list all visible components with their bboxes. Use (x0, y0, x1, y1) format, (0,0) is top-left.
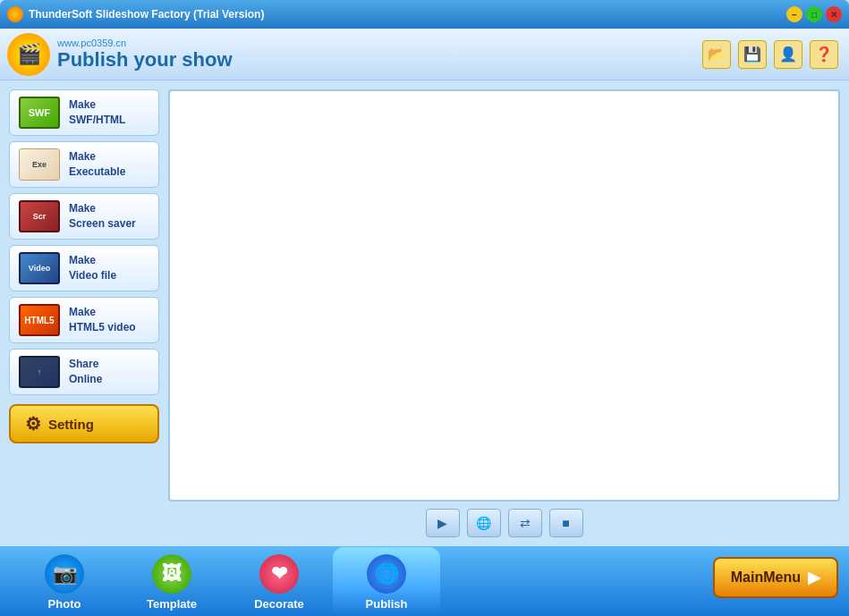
main-content: SWF MakeSWF/HTML Exe MakeExecutable Scr … (0, 80, 849, 546)
export-icon: ⇄ (520, 516, 531, 530)
titlebar-controls: − □ ✕ (786, 6, 842, 22)
site-text: www.pc0359.cn (57, 38, 233, 48)
folder-icon-button[interactable]: 📂 (702, 40, 731, 69)
minimize-button[interactable]: − (786, 6, 802, 22)
make-html5-thumb: HTML5 (19, 304, 60, 336)
decorate-icon: ❤ (259, 554, 299, 594)
tab-decorate[interactable]: ❤ Decorate (225, 553, 333, 616)
play-button[interactable]: ▶ (426, 509, 460, 537)
tab-publish-icon-wrap: 🌐 (365, 553, 408, 595)
preview-canvas (168, 89, 840, 502)
sidebar-item-make-swf[interactable]: SWF MakeSWF/HTML (9, 89, 159, 136)
publish-icon: 🌐 (367, 554, 406, 594)
setting-button[interactable]: ⚙ Setting (9, 404, 159, 443)
make-screen-thumb: Scr (19, 200, 60, 232)
sidebar-item-make-exe[interactable]: Exe MakeExecutable (9, 141, 159, 188)
main-menu-label: MainMenu (731, 570, 801, 586)
browser-icon: 🌐 (476, 516, 491, 530)
header: 🎬 www.pc0359.cn Publish your show 📂 💾 👤 … (0, 29, 849, 80)
header-title-area: www.pc0359.cn Publish your show (57, 38, 233, 72)
export-button[interactable]: ⇄ (508, 509, 542, 537)
tab-template-icon-wrap: 🖼 (150, 553, 193, 595)
make-exe-thumb: Exe (19, 148, 60, 181)
tabs-left: 📷 Photo 🖼 Template ❤ Decorate 🌐 Publish (11, 547, 440, 616)
titlebar-left: ThunderSoft Slideshow Factory (Trial Ver… (7, 6, 264, 22)
make-html5-label: MakeHTML5 video (69, 305, 136, 335)
share-online-thumb: ↑ (19, 356, 60, 388)
stop-button[interactable]: ■ (549, 509, 583, 537)
make-exe-label: MakeExecutable (69, 149, 125, 180)
make-video-label: MakeVideo file (69, 253, 116, 283)
gear-icon: ⚙ (25, 413, 41, 435)
page-title: Publish your show (57, 48, 233, 72)
preview-controls: ▶ 🌐 ⇄ ■ (168, 509, 840, 537)
play-icon: ▶ (437, 516, 447, 530)
title-bar: ThunderSoft Slideshow Factory (Trial Ver… (0, 0, 849, 29)
make-swf-label: MakeSWF/HTML (69, 97, 125, 128)
template-icon: 🖼 (152, 554, 191, 594)
make-video-thumb: Video (19, 252, 60, 284)
header-icons: 📂 💾 👤 ❓ (702, 40, 838, 69)
main-menu-arrow-icon: ▶ (808, 568, 820, 587)
stop-icon: ■ (562, 516, 569, 530)
tab-decorate-icon-wrap: ❤ (258, 553, 301, 595)
titlebar-text: ThunderSoft Slideshow Factory (Trial Ver… (29, 8, 264, 21)
make-swf-thumb: SWF (19, 97, 60, 129)
sidebar-item-make-screen[interactable]: Scr MakeScreen saver (9, 193, 159, 240)
tab-publish[interactable]: 🌐 Publish (333, 547, 440, 616)
preview-area: ▶ 🌐 ⇄ ■ (168, 89, 840, 537)
main-menu-button[interactable]: MainMenu ▶ (713, 557, 838, 598)
share-online-label: ShareOnline (69, 357, 102, 387)
save-icon-button[interactable]: 💾 (738, 40, 767, 69)
help-icon-button[interactable]: ❓ (810, 40, 838, 69)
sidebar-item-make-html5[interactable]: HTML5 MakeHTML5 video (9, 297, 159, 343)
user-icon-button[interactable]: 👤 (774, 40, 802, 69)
make-screen-label: MakeScreen saver (69, 201, 136, 232)
sidebar: SWF MakeSWF/HTML Exe MakeExecutable Scr … (9, 89, 159, 537)
tab-photo-icon-wrap: 📷 (43, 553, 86, 595)
tab-publish-label: Publish (366, 597, 408, 611)
sidebar-item-make-video[interactable]: Video MakeVideo file (9, 245, 159, 291)
sidebar-item-share-online[interactable]: ↑ ShareOnline (9, 349, 159, 395)
bottom-tabs: 📷 Photo 🖼 Template ❤ Decorate 🌐 Publish … (0, 546, 849, 616)
tab-template[interactable]: 🖼 Template (118, 553, 225, 616)
restore-button[interactable]: □ (806, 6, 822, 22)
header-logo-area: 🎬 www.pc0359.cn Publish your show (7, 33, 233, 76)
tab-photo-label: Photo (48, 597, 81, 611)
photo-icon: 📷 (45, 554, 84, 594)
tab-photo[interactable]: 📷 Photo (11, 553, 118, 616)
tab-decorate-label: Decorate (254, 597, 304, 611)
close-button[interactable]: ✕ (826, 6, 842, 22)
browser-preview-button[interactable]: 🌐 (467, 509, 501, 537)
app-logo: 🎬 (7, 33, 50, 76)
app-icon (7, 6, 23, 22)
setting-label: Setting (48, 417, 94, 432)
tab-template-label: Template (147, 597, 197, 611)
